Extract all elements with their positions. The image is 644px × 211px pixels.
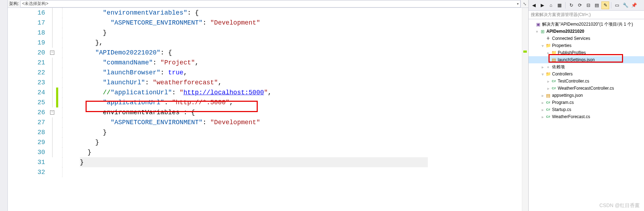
solution-explorer-toolbar: ◀▶⌂▦↻⟳⊟▤✎▭🔧📌 [529,0,644,11]
code-line[interactable]: "environmentVariables": { [80,8,522,18]
change-marker [56,127,59,137]
code-line[interactable]: } [80,127,522,137]
expand-icon[interactable]: ▹ [540,115,545,119]
change-marker [56,137,59,147]
tree-item-label: appsettings.json [551,93,583,98]
tree-item[interactable]: Connected Services [529,35,644,42]
line-number: 22 [8,68,45,78]
fold-toggle-icon[interactable] [49,48,56,58]
expand-icon[interactable]: ▿ [540,44,545,48]
forward-icon[interactable]: ▶ [539,1,546,9]
search-placeholder-text: 搜索解决方案资源管理器(Ctrl+;) [531,12,591,18]
architecture-label: 架构: [8,1,20,7]
code-line[interactable]: environmentVariables : { [80,107,522,117]
line-number: 19 [8,38,45,48]
line-number: 24 [8,88,45,97]
expand-icon[interactable]: ▹ [540,65,545,69]
tree-item[interactable]: ▹Program.cs [529,99,644,106]
code-line[interactable]: "applicationUrl": "http://*:5000", [80,97,522,107]
code-line[interactable]: "ASPNETCORE_ENVIRONMENT": "Development" [80,18,522,28]
editor-area: 架构: <未选择架构> ▾ ⤡ 161718192021222324252627… [8,0,528,211]
expand-icon[interactable]: ▿ [534,30,539,33]
indent-guide [59,38,80,48]
tree-item[interactable]: ▹PublishProfiles [529,49,644,56]
tree-item-label: WeatherForecastController.cs [557,86,614,91]
tree-item-label: PublishProfiles [557,50,586,55]
code-line[interactable]: } [80,147,522,157]
expand-icon[interactable]: ▹ [540,108,545,112]
tree-item[interactable]: ▹Startup.cs [529,106,644,113]
code-line[interactable]: //"applicationUrl": "http://localhost:50… [80,88,522,97]
change-marker [56,48,59,58]
folder-icon [545,72,551,77]
expand-icon[interactable]: ▹ [546,86,551,90]
tree-item[interactable]: ▹WeatherForecast.cs [529,113,644,120]
wrench-icon[interactable]: 🔧 [622,1,629,9]
indent-guide [59,167,80,177]
pin-icon[interactable]: 📌 [630,1,638,9]
code-line[interactable]: "commandName": "Project", [80,58,522,68]
code-line[interactable]: "launchBrowser": true, [80,68,522,78]
home-icon[interactable]: ⌂ [547,1,555,9]
tree-item[interactable]: ▿Controllers [529,70,644,78]
line-number: 25 [8,97,45,107]
cs-icon [545,115,551,118]
code-line[interactable] [80,167,522,177]
expand-icon[interactable]: ▹ [546,51,551,55]
overview-ruler[interactable] [522,8,528,211]
indent-guide [59,68,80,78]
tree-item[interactable]: launchSettings.json [529,56,644,63]
code-content[interactable]: "environmentVariables": { "ASPNETCORE_EN… [80,8,522,211]
code-line[interactable]: "APIDemo20221020": { [80,48,522,58]
preview-icon[interactable]: ▭ [613,1,621,9]
collapse-icon[interactable]: ⊟ [584,1,592,9]
props-icon[interactable]: ✎ [601,1,609,9]
tree-item[interactable]: ▿APIDemo20221020 [529,28,644,35]
fold-guide [49,97,56,107]
code-line[interactable]: "launchUrl": "weatherforecast", [80,78,522,88]
indent-guide [59,58,80,68]
tree-item[interactable]: ▹appsettings.json [529,92,644,99]
split-vertical-icon[interactable]: ⤡ [520,0,528,8]
tree-item[interactable]: 解决方案"APIDemo20221020"(1 个项目/共 1 个) [529,21,644,28]
expand-icon[interactable]: ▹ [540,101,545,105]
sync-icon[interactable]: ↻ [567,1,575,9]
tree-item[interactable]: ▹依赖项 [529,63,644,70]
change-marker [56,107,59,117]
back-icon[interactable]: ◀ [530,1,538,9]
mode-icon[interactable]: ▦ [556,1,563,9]
tree-item[interactable]: ▹TestController.cs [529,78,644,85]
showall-icon[interactable]: ▤ [593,1,601,9]
code-line[interactable]: }, [80,38,522,48]
change-marker [56,97,58,107]
tree-item[interactable]: ▹WeatherForecastController.cs [529,85,644,92]
code-line[interactable]: } [80,157,428,167]
expand-icon[interactable]: ▹ [540,94,545,97]
fold-toggle-icon[interactable] [49,107,56,117]
change-marker [56,117,59,127]
code-line[interactable]: "ASPNETCORE_ENVIRONMENT": "Development" [80,117,522,127]
code-editor[interactable]: 1617181920212223242526272829303132 "envi… [8,8,528,211]
solution-explorer-tree[interactable]: 解决方案"APIDemo20221020"(1 个项目/共 1 个)▿APIDe… [529,19,644,211]
architecture-select[interactable]: <未选择架构> ▾ [20,0,520,7]
code-line[interactable]: } [80,137,522,147]
tree-item-label: APIDemo20221020 [546,29,584,34]
line-number-gutter: 1617181920212223242526272829303132 [8,8,49,211]
proj-icon [539,29,546,34]
code-line[interactable]: } [80,28,522,38]
expand-icon[interactable]: ▹ [546,79,551,83]
change-marker [56,8,59,18]
fold-guide [49,167,56,177]
fold-guide [49,18,56,28]
cs-icon [551,79,557,83]
change-marker [523,51,527,53]
fold-guide [49,58,56,68]
change-marker [56,157,59,167]
left-vertical-toolbar[interactable] [0,0,8,211]
indent-guide [59,28,80,38]
expand-icon[interactable]: ▿ [540,72,545,76]
tree-item[interactable]: ▿Properties [529,42,644,49]
solution-explorer-search[interactable]: 搜索解决方案资源管理器(Ctrl+;) [529,11,644,19]
refresh-icon[interactable]: ⟳ [576,1,584,9]
fold-column[interactable] [49,8,56,211]
